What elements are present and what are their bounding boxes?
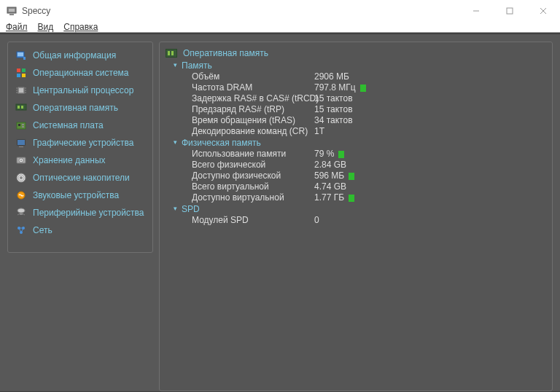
menu-file[interactable]: Файл <box>6 22 28 32</box>
sidebar-item-os[interactable]: Операционная система <box>11 64 149 82</box>
info-key: Доступно физической <box>192 170 314 181</box>
info-tree: ПамятьОбъём2906 МБЧастота DRAM797.8 МГцЗ… <box>163 60 549 226</box>
info-row: Использование памяти79 % <box>192 149 549 160</box>
svg-rect-10 <box>17 68 20 72</box>
info-key: Предзаряд RAS# (tRP) <box>192 104 314 115</box>
svg-rect-23 <box>18 106 20 109</box>
sidebar-item-storage[interactable]: Хранение данных <box>11 152 149 169</box>
ram-icon <box>166 49 177 58</box>
svg-rect-27 <box>22 124 24 125</box>
sidebar-item-label: Системная плата <box>33 120 104 130</box>
info-value: 0 <box>314 215 319 226</box>
svg-rect-28 <box>22 126 24 128</box>
svg-rect-4 <box>507 8 513 14</box>
sidebar-item-summary[interactable]: Общая информация <box>11 47 149 64</box>
content-area: Общая информацияОперационная системаЦент… <box>0 33 560 391</box>
sidebar-item-label: Оперативная память <box>33 103 118 113</box>
info-row: Всего виртуальной4.74 GB <box>192 181 549 192</box>
status-indicator-icon <box>349 173 354 180</box>
sidebar: Общая информацияОперационная системаЦент… <box>7 42 153 253</box>
sidebar-item-ram[interactable]: Оперативная память <box>11 99 149 117</box>
info-row: Модулей SPD0 <box>192 215 549 226</box>
ram-icon <box>15 102 27 114</box>
svg-rect-13 <box>22 74 26 77</box>
info-key: Декодирование команд (CR) <box>192 126 314 137</box>
sidebar-item-cpu[interactable]: Центральный процессор <box>11 82 149 99</box>
svg-rect-2 <box>9 14 14 15</box>
sidebar-item-label: Графические устройства <box>33 138 133 148</box>
app-icon <box>6 5 18 17</box>
audio-icon <box>15 189 27 201</box>
info-value: 797.8 МГц <box>314 82 366 93</box>
window-controls <box>459 0 560 22</box>
tree-children: Объём2906 МБЧастота DRAM797.8 МГцЗадержк… <box>182 71 549 137</box>
info-key: Время обращения (tRAS) <box>192 115 314 126</box>
status-indicator-icon <box>360 85 366 92</box>
svg-rect-8 <box>18 52 23 56</box>
peripherals-icon <box>15 207 27 219</box>
info-value: 1T <box>314 126 324 137</box>
network-icon <box>15 224 27 236</box>
minimize-button[interactable] <box>459 0 493 22</box>
status-indicator-icon <box>349 195 354 202</box>
info-row: Доступно виртуальной1.77 ГБ <box>192 192 549 203</box>
info-row: Частота DRAM797.8 МГц <box>192 82 549 93</box>
main-panel: Оперативная память ПамятьОбъём2906 МБЧас… <box>159 42 553 391</box>
info-key: Доступно виртуальной <box>192 192 314 203</box>
sidebar-item-label: Центральный процессор <box>33 85 133 95</box>
sidebar-item-network[interactable]: Сеть <box>11 222 149 239</box>
svg-point-39 <box>18 208 25 213</box>
titlebar: Speccy <box>0 0 560 22</box>
svg-point-36 <box>20 176 23 179</box>
motherboard-icon <box>15 119 27 131</box>
tree-group[interactable]: SPD <box>182 203 549 215</box>
close-button[interactable] <box>526 0 560 22</box>
info-value: 596 МБ <box>314 170 354 181</box>
main-title: Оперативная память <box>183 48 268 58</box>
info-value: 15 тактов <box>314 104 353 115</box>
svg-rect-9 <box>23 57 26 60</box>
svg-point-34 <box>20 160 22 161</box>
info-row: Декодирование команд (CR)1T <box>192 126 549 137</box>
info-row: Доступно физической596 МБ <box>192 170 549 181</box>
sidebar-item-graphics[interactable]: Графические устройства <box>11 134 149 152</box>
sidebar-item-audio[interactable]: Звуковые устройства <box>11 187 149 204</box>
sidebar-item-label: Сеть <box>33 225 52 235</box>
info-key: Модулей SPD <box>192 215 314 226</box>
os-icon <box>15 67 27 79</box>
sidebar-item-label: Звуковые устройства <box>33 190 119 200</box>
info-key: Частота DRAM <box>192 82 314 93</box>
info-key: Задержка RAS# в CAS# (tRCD) <box>192 93 314 104</box>
maximize-button[interactable] <box>493 0 526 22</box>
info-row: Предзаряд RAS# (tRP)15 тактов <box>192 104 549 115</box>
sidebar-item-label: Периферийные устройства <box>33 208 144 218</box>
sidebar-item-peripherals[interactable]: Периферийные устройства <box>11 204 149 222</box>
svg-rect-11 <box>22 68 26 72</box>
graphics-icon <box>15 137 27 149</box>
sidebar-item-label: Хранение данных <box>33 155 106 165</box>
menubar: Файл Вид Справка <box>0 22 560 33</box>
storage-icon <box>15 154 27 166</box>
svg-rect-1 <box>9 9 15 12</box>
status-indicator-icon <box>338 151 344 158</box>
tree-group[interactable]: Память <box>182 60 549 71</box>
info-row: Задержка RAS# в CAS# (tRCD)15 тактов <box>192 93 549 104</box>
optical-icon <box>15 172 27 184</box>
svg-rect-30 <box>18 140 25 145</box>
svg-rect-12 <box>17 74 20 77</box>
info-value: 2.84 GB <box>314 160 346 170</box>
sidebar-item-optical[interactable]: Оптические накопители <box>11 169 149 187</box>
info-row: Время обращения (tRAS)34 тактов <box>192 115 549 126</box>
svg-rect-24 <box>21 106 23 109</box>
summary-icon <box>15 50 27 61</box>
tree-children: Модулей SPD0 <box>182 215 549 226</box>
info-value: 15 тактов <box>314 93 353 104</box>
menu-help[interactable]: Справка <box>63 22 98 32</box>
info-key: Объём <box>192 71 314 82</box>
info-value: 34 тактов <box>314 115 353 126</box>
sidebar-item-motherboard[interactable]: Системная плата <box>11 117 149 134</box>
menu-view[interactable]: Вид <box>38 22 54 32</box>
window-title: Speccy <box>22 6 50 16</box>
svg-rect-26 <box>18 124 20 126</box>
tree-group[interactable]: Физическая память <box>182 137 549 149</box>
